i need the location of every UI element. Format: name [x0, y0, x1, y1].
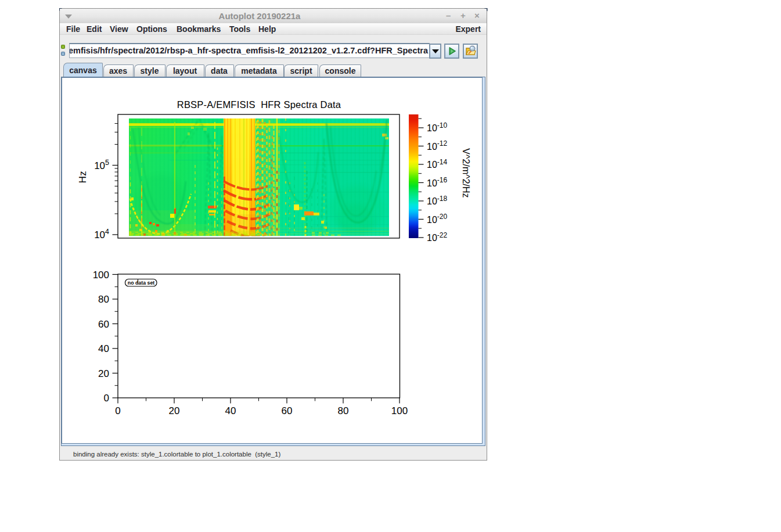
- svg-text:10-22: 10-22: [427, 231, 447, 243]
- svg-text:40: 40: [98, 343, 109, 354]
- svg-text:0: 0: [104, 393, 109, 404]
- svg-text:60: 60: [98, 319, 109, 330]
- svg-text:0: 0: [115, 405, 120, 416]
- svg-text:100: 100: [391, 405, 408, 416]
- svg-text:80: 80: [98, 294, 109, 305]
- svg-text:80: 80: [338, 405, 349, 416]
- svg-text:105: 105: [94, 159, 109, 171]
- svg-text:no data set: no data set: [128, 280, 155, 286]
- svg-text:10-16: 10-16: [427, 176, 447, 188]
- svg-text:60: 60: [282, 405, 293, 416]
- svg-text:10-12: 10-12: [427, 139, 447, 152]
- svg-text:10-18: 10-18: [427, 195, 447, 207]
- svg-text:RBSP-A/EMFISIS HFR Spectra Da: RBSP-A/EMFISIS HFR Spectra Data: [177, 99, 341, 110]
- svg-text:20: 20: [98, 368, 109, 379]
- svg-text:Hz: Hz: [77, 171, 88, 184]
- svg-text:10-20: 10-20: [427, 213, 447, 225]
- svg-text:20: 20: [169, 405, 180, 416]
- svg-text:10-10: 10-10: [427, 121, 447, 134]
- svg-text:40: 40: [225, 405, 236, 416]
- svg-text:V^2/m^2/Hz: V^2/m^2/Hz: [461, 148, 471, 197]
- svg-text:10-14: 10-14: [427, 158, 447, 170]
- svg-text:100: 100: [93, 269, 109, 281]
- svg-text:104: 104: [94, 228, 109, 240]
